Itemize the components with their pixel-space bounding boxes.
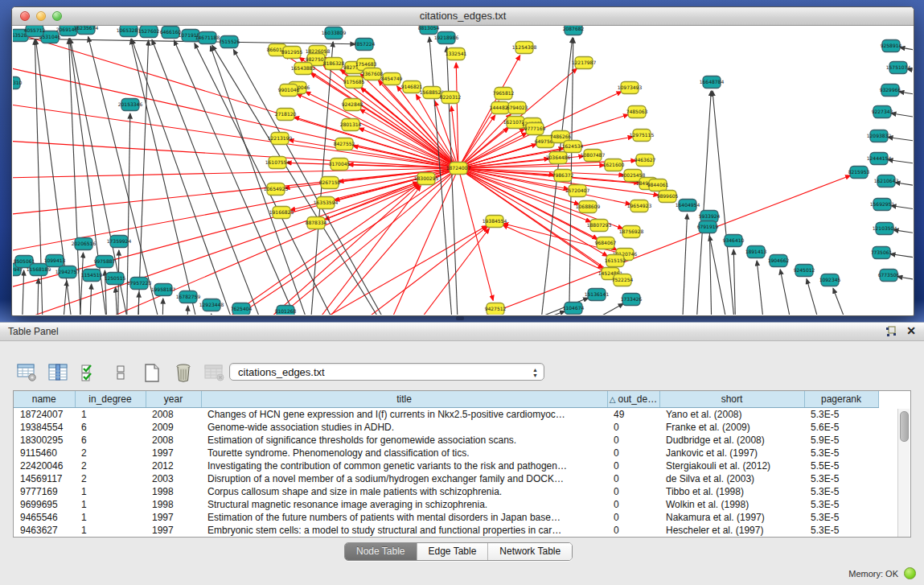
graph-edge[interactable] xyxy=(503,225,610,274)
table-cell[interactable]: Estimation of the future numbers of pati… xyxy=(201,511,607,524)
citation-network-graph[interactable]: 1872400718300295193845548660123891295518… xyxy=(13,26,913,315)
graph-node[interactable]: 2087682 xyxy=(563,26,585,35)
graph-node[interactable]: 12213199 xyxy=(268,133,293,145)
graph-node[interactable]: 7986372 xyxy=(552,170,574,182)
graph-node[interactable]: 15136141 xyxy=(585,289,610,301)
graph-node[interactable]: 18807293 xyxy=(587,220,612,232)
graph-node[interactable]: 9684067 xyxy=(595,237,617,249)
table-cell[interactable]: 2008 xyxy=(146,408,201,422)
graph-node[interactable]: 9258914 xyxy=(881,40,902,52)
graph-edge[interactable] xyxy=(89,284,92,315)
table-scrollbar[interactable] xyxy=(897,409,910,537)
graph-node[interactable]: 4055712 xyxy=(24,26,46,37)
graph-node[interactable]: 9463627 xyxy=(634,154,656,167)
table-cell[interactable]: Disruption of a novel member of a sodium… xyxy=(201,472,607,485)
table-cell[interactable]: 1997 xyxy=(146,524,201,537)
graph-edge[interactable] xyxy=(13,98,458,168)
graph-node[interactable]: 15692951 xyxy=(870,199,895,211)
table-cell[interactable]: Embryonic stem cells: a model to study s… xyxy=(201,524,607,537)
graph-node[interactable]: 7965812 xyxy=(493,88,515,100)
graph-node[interactable]: 12217987 xyxy=(572,57,597,69)
graph-node[interactable]: 7735061 xyxy=(871,247,893,259)
table-cell[interactable]: 6 xyxy=(75,434,146,447)
graph-node[interactable]: 19384554 xyxy=(483,216,507,228)
graph-node[interactable]: 16107554 xyxy=(265,157,290,169)
graph-edge[interactable] xyxy=(713,91,741,315)
table-cell[interactable]: 1998 xyxy=(146,498,201,511)
table-cell[interactable]: 0 xyxy=(607,459,659,472)
table-cell[interactable]: Tourette syndrome. Phenomenology and cla… xyxy=(201,447,607,459)
graph-edge[interactable] xyxy=(888,159,913,167)
graph-node[interactable]: 7522254 xyxy=(612,274,634,286)
graph-edge[interactable] xyxy=(152,39,302,315)
graph-node[interactable]: 7485063 xyxy=(626,106,648,118)
table-cell[interactable]: Structural magnetic resonance image aver… xyxy=(201,498,607,511)
graph-edge[interactable] xyxy=(61,281,67,315)
splitter-handle[interactable] xyxy=(456,316,464,320)
graph-node[interactable]: 2051310 xyxy=(13,77,23,89)
row-height-icon[interactable] xyxy=(110,362,131,383)
table-cell[interactable]: 5.3E-5 xyxy=(804,472,878,485)
table-cell[interactable]: 5.3E-5 xyxy=(804,511,878,524)
graph-node[interactable]: 18756928 xyxy=(619,226,644,238)
graph-node[interactable]: 1624534 xyxy=(562,141,584,153)
table-cell[interactable]: Stergiakouli et al. (2012) xyxy=(659,459,804,472)
graph-edge[interactable] xyxy=(174,184,420,315)
graph-node[interactable]: 16404954 xyxy=(676,200,700,212)
column-header-in-degree[interactable]: in_degree xyxy=(75,391,146,408)
column-header-short[interactable]: short xyxy=(659,391,804,408)
table-cell[interactable]: 9699695 xyxy=(14,498,75,511)
table-cell[interactable]: 9465546 xyxy=(14,511,75,524)
memory-ok-indicator-icon[interactable] xyxy=(904,567,916,579)
table-cell[interactable]: 5.5E-5 xyxy=(804,459,878,472)
table-row[interactable]: 911546021997Tourette syndrome. Phenomeno… xyxy=(14,447,878,459)
graph-node[interactable]: 1099413 xyxy=(44,255,66,267)
graph-edge[interactable] xyxy=(359,109,458,168)
graph-node[interactable]: 17359924 xyxy=(107,236,132,248)
table-cell[interactable]: 2012 xyxy=(146,459,201,472)
graph-edge[interactable] xyxy=(13,168,458,179)
table-cell[interactable]: 5.6E-5 xyxy=(804,421,878,434)
table-cell[interactable]: 6 xyxy=(75,421,146,434)
table-cell[interactable]: Hescheler et al. (1997) xyxy=(659,524,804,537)
table-cell[interactable]: 9463627 xyxy=(14,524,75,537)
table-cell[interactable]: Nakamura et al. (1997) xyxy=(659,511,804,524)
table-cell[interactable]: 0 xyxy=(607,421,659,434)
graph-node[interactable]: 9427512 xyxy=(485,303,507,315)
graph-edge[interactable] xyxy=(888,137,913,144)
graph-node[interactable]: 16648784 xyxy=(700,76,725,89)
graph-edge[interactable] xyxy=(899,92,913,98)
graph-node[interactable]: 19654923 xyxy=(627,200,652,212)
table-cell[interactable]: 5.9E-5 xyxy=(804,434,878,447)
graph-node[interactable]: 20364486 xyxy=(546,152,571,164)
table-cell[interactable]: 1 xyxy=(75,498,146,511)
graph-node[interactable]: 1092345 xyxy=(819,274,841,286)
table-cell[interactable]: 2 xyxy=(75,472,146,485)
table-cell[interactable]: 1 xyxy=(75,524,146,537)
graph-node[interactable]: 12093832 xyxy=(867,130,892,142)
graph-node[interactable]: 18724007 xyxy=(446,163,471,175)
graph-node[interactable]: 8220312 xyxy=(440,92,462,104)
graph-edge[interactable] xyxy=(709,225,713,315)
graph-node[interactable]: 1621600 xyxy=(603,159,625,171)
graph-edge[interactable] xyxy=(351,168,458,315)
graph-node[interactable]: 15751074 xyxy=(886,62,911,74)
graph-node[interactable]: 7625404 xyxy=(231,303,253,315)
graph-node[interactable]: 9844061 xyxy=(647,179,669,192)
table-cell[interactable]: Franke et al. (2009) xyxy=(659,421,804,434)
graph-edge[interactable] xyxy=(680,214,688,315)
table-cell[interactable]: 5.3E-5 xyxy=(804,408,878,422)
table-cell[interactable]: 0 xyxy=(607,511,659,524)
graph-node[interactable]: 8101268 xyxy=(275,306,297,315)
table-cell[interactable]: 2 xyxy=(75,459,146,472)
graph-node[interactable]: 9346410 xyxy=(723,235,745,247)
table-cell[interactable]: 5.3E-5 xyxy=(804,524,878,537)
table-cell[interactable]: Yano et al. (2008) xyxy=(659,408,804,422)
graph-node[interactable]: 1904662 xyxy=(768,255,790,267)
table-cell[interactable]: Dudbridge et al. (2008) xyxy=(659,434,804,447)
network-canvas[interactable]: 1872400718300295193845548660123891295518… xyxy=(13,26,913,315)
window-titlebar[interactable]: citations_edges.txt xyxy=(12,7,914,26)
table-row[interactable]: 969969511998Structural magnetic resonanc… xyxy=(14,498,878,511)
graph-node[interactable]: 9899605 xyxy=(657,191,679,203)
table-selector-dropdown[interactable]: citations_edges.txt ▲▼ xyxy=(229,363,544,381)
